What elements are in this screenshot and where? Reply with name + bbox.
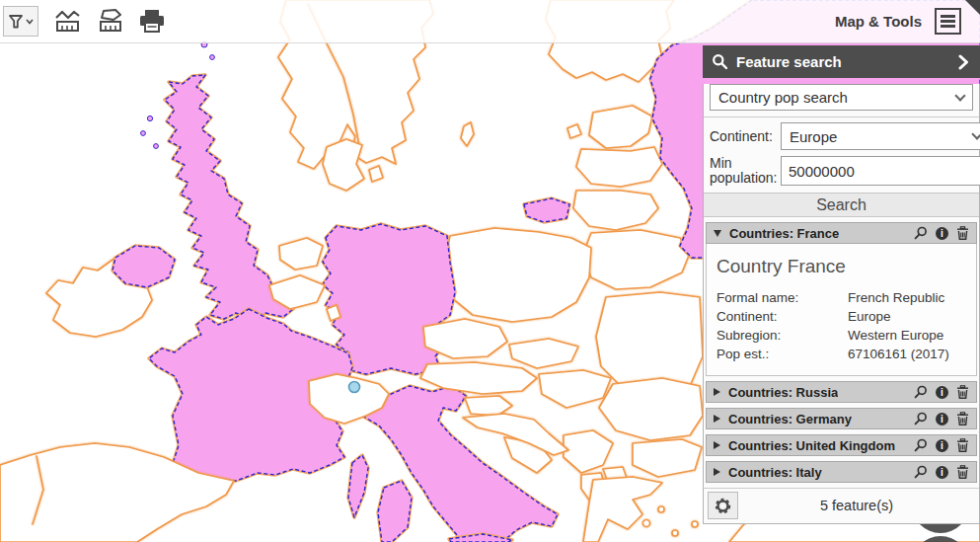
island-aegean-4 xyxy=(692,521,698,527)
island-shetland-2 xyxy=(210,55,215,60)
result-row-germany[interactable]: Countries: Germany i xyxy=(706,408,977,429)
country-shape-romania xyxy=(599,378,703,440)
search-icon xyxy=(712,53,728,70)
detail-label: Subregion: xyxy=(716,326,848,345)
settings-button[interactable] xyxy=(708,492,738,519)
collapse-icon[interactable] xyxy=(714,230,721,237)
corner-fold[interactable] xyxy=(965,0,980,15)
delete-icon[interactable] xyxy=(956,438,969,452)
country-shape-belarus xyxy=(583,230,690,289)
expand-icon[interactable] xyxy=(714,415,720,423)
measure-line-icon xyxy=(54,9,81,34)
search-form: Continent: Europe × Min population: xyxy=(704,117,979,193)
expand-icon[interactable] xyxy=(714,468,720,476)
result-row-italy[interactable]: Countries: Italy i xyxy=(706,461,977,483)
continent-value: Europe xyxy=(790,128,966,145)
min-population-field xyxy=(781,156,980,186)
chevron-right-icon xyxy=(958,54,969,70)
printer-icon xyxy=(139,9,165,34)
detail-label: Formal name: xyxy=(716,288,848,307)
island-aegean-3 xyxy=(672,530,678,536)
zoom-to-feature-icon[interactable] xyxy=(914,412,928,426)
result-title: Countries: Germany xyxy=(728,412,852,426)
zoom-to-feature-icon[interactable] xyxy=(914,465,928,479)
country-shape-slovenia xyxy=(465,396,512,416)
country-shape-united-kingdom[interactable] xyxy=(165,75,293,319)
info-icon[interactable]: i xyxy=(936,413,948,426)
delete-icon[interactable] xyxy=(956,465,969,479)
detail-label: Continent: xyxy=(716,307,848,326)
continent-select[interactable]: Europe × xyxy=(781,122,980,150)
filter-icon xyxy=(9,15,23,29)
min-population-label: Min population: xyxy=(710,156,781,186)
detail-value: Europe xyxy=(848,307,966,326)
result-title: Countries: France xyxy=(729,226,839,241)
panel-footer: 5 feature(s) xyxy=(704,488,979,523)
info-icon[interactable]: i xyxy=(936,439,948,452)
island-aegean-1 xyxy=(643,520,650,527)
main-menu-button[interactable] xyxy=(935,8,961,35)
filter-dropdown-button[interactable] xyxy=(3,6,38,37)
country-shape-serbia xyxy=(564,430,613,473)
island-hebrides-2 xyxy=(141,131,146,136)
zoom-to-feature-icon[interactable] xyxy=(914,385,928,399)
expand-icon[interactable] xyxy=(714,388,720,396)
search-type-value: Country pop search xyxy=(718,89,956,106)
chevron-down-icon xyxy=(26,19,34,25)
feature-search-header[interactable]: Feature search xyxy=(703,45,980,78)
result-row-russia[interactable]: Countries: Russia i xyxy=(706,381,977,403)
continent-label: Continent: xyxy=(710,129,781,144)
measure-area-icon xyxy=(97,9,123,34)
island-hebrides xyxy=(147,116,152,120)
island-aegean-2 xyxy=(658,506,664,512)
feature-search-panel: Feature search Country pop search Contin… xyxy=(703,45,980,524)
delete-icon[interactable] xyxy=(956,412,969,426)
info-icon[interactable]: i xyxy=(936,386,948,399)
detail-value: French Republic xyxy=(848,288,966,307)
result-title: Countries: Italy xyxy=(728,465,822,480)
country-shape-lithuania xyxy=(573,191,658,230)
info-icon[interactable]: i xyxy=(936,227,948,240)
country-shape-slovakia xyxy=(509,339,578,368)
expand-icon[interactable] xyxy=(714,441,720,449)
measure-line-button[interactable] xyxy=(54,9,81,34)
country-shape-hungary xyxy=(539,370,611,408)
zoom-to-feature-icon[interactable] xyxy=(914,438,928,452)
result-title: Countries: Russia xyxy=(728,385,838,400)
collapse-panel-button[interactable] xyxy=(958,54,969,70)
print-button[interactable] xyxy=(139,9,165,34)
top-toolbar: Map & Tools xyxy=(0,0,980,43)
result-title: Countries: United Kingdom xyxy=(728,438,895,453)
france-detail-card: Country France Formal name:French Republ… xyxy=(706,244,977,376)
detail-value: 67106161 (2017) xyxy=(848,345,966,363)
measure-area-button[interactable] xyxy=(97,9,123,34)
country-shape-estonia xyxy=(589,106,652,148)
search-type-select[interactable]: Country pop search xyxy=(710,84,973,111)
detail-label: Pop est.: xyxy=(716,345,848,363)
zoom-to-feature-icon[interactable] xyxy=(914,226,928,240)
result-row-france[interactable]: Countries: France i xyxy=(706,222,977,244)
delete-icon[interactable] xyxy=(956,385,969,399)
country-shape-denmark xyxy=(323,139,364,191)
min-population-input[interactable] xyxy=(782,163,980,180)
feature-count: 5 feature(s) xyxy=(738,498,975,513)
chevron-down-icon xyxy=(971,128,980,139)
search-button[interactable]: Search xyxy=(704,193,979,217)
delete-icon[interactable] xyxy=(956,226,969,240)
detail-heading: Country France xyxy=(716,256,966,277)
result-row-united-kingdom[interactable]: Countries: United Kingdom i xyxy=(706,434,977,456)
country-shape-netherlands xyxy=(279,238,323,270)
chevron-down-icon xyxy=(954,90,965,101)
detail-value: Western Europe xyxy=(848,326,966,345)
map-marker[interactable] xyxy=(349,382,360,393)
island-zealand xyxy=(369,166,383,182)
country-shape-poland xyxy=(443,228,591,322)
country-shape-greece xyxy=(583,477,662,542)
maptools-title: Map & Tools xyxy=(835,13,922,30)
info-icon[interactable]: i xyxy=(936,466,948,479)
island-sardinia[interactable] xyxy=(378,481,412,542)
island-hebrides-3 xyxy=(154,144,159,149)
island-gotland xyxy=(461,122,474,146)
gear-icon xyxy=(714,497,732,515)
panel-title: Feature search xyxy=(736,53,842,70)
